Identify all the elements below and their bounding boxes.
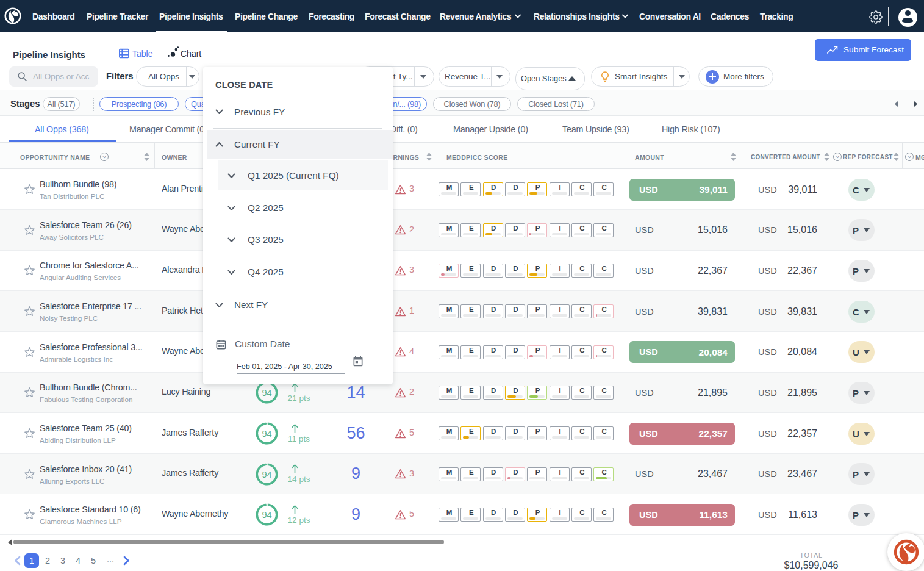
svg-text:94: 94 [262,510,271,520]
svg-text:94: 94 [262,469,271,479]
svg-text:94: 94 [262,388,271,398]
svg-text:94: 94 [262,429,271,439]
